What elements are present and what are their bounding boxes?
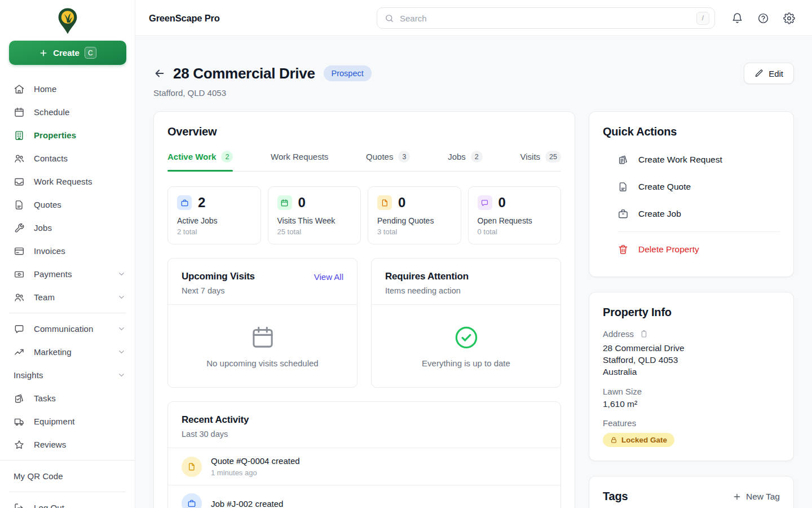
tab-visits[interactable]: Visits 25	[520, 151, 561, 171]
sidebar-item-log-out[interactable]: Log Out	[0, 496, 135, 508]
activity-item[interactable]: Quote #Q-0004 created 1 minutes ago	[168, 448, 561, 485]
sidebar: Create C Home Schedule Properties Contac…	[0, 0, 135, 508]
address-line: Stafford, QLD 4053	[603, 354, 780, 366]
trash-icon	[617, 244, 629, 255]
plus-icon	[732, 492, 742, 501]
tab-work-requests[interactable]: Work Requests	[271, 151, 328, 171]
view-all-link[interactable]: View All	[314, 272, 343, 282]
app-logo	[0, 0, 135, 37]
sidebar-item-marketing[interactable]: Marketing	[0, 340, 135, 364]
sidebar-item-equipment[interactable]: Equipment	[0, 410, 135, 433]
sidebar-item-team[interactable]: Team	[0, 286, 135, 309]
calendar-icon	[14, 107, 25, 118]
overview-card: Overview Active Work 2 Work Requests Quo…	[153, 111, 575, 508]
copy-icon[interactable]	[639, 330, 648, 339]
activity-item[interactable]: Job #J-002 created	[168, 485, 561, 508]
banknote-icon	[14, 269, 25, 280]
lawn-size-value: 1,610 m²	[603, 399, 780, 409]
new-tag-button[interactable]: New Tag	[732, 492, 780, 502]
sidebar-item-properties[interactable]: Properties	[0, 124, 135, 147]
app-title: GreenScape Pro	[149, 0, 220, 36]
star-icon	[14, 439, 25, 450]
truck-icon	[14, 416, 25, 427]
overview-title: Overview	[167, 125, 561, 138]
recent-activity-subtitle: Last 30 days	[182, 430, 547, 439]
sidebar-item-communication[interactable]: Communication	[0, 317, 135, 340]
tab-count-badge: 3	[398, 151, 410, 163]
check-circle-icon	[453, 325, 479, 351]
create-work-request-action[interactable]: Create Work Request	[603, 146, 780, 173]
stat-label: Open Requests	[478, 216, 552, 225]
requires-attention-title: Requires Attention	[385, 271, 469, 282]
tab-jobs[interactable]: Jobs 2	[448, 151, 483, 171]
action-label: Create Work Request	[638, 155, 722, 165]
features-label: Features	[603, 418, 636, 428]
search-box[interactable]: /	[377, 7, 715, 29]
back-button[interactable]	[153, 67, 167, 80]
stat-value: 2	[198, 195, 205, 211]
quick-actions-card: Quick Actions Create Work Request Create…	[589, 111, 794, 277]
sidebar-item-tasks[interactable]: Tasks	[0, 387, 135, 410]
sidebar-divider	[0, 460, 135, 461]
top-bar: GreenScape Pro /	[135, 0, 812, 36]
tab-quotes[interactable]: Quotes 3	[366, 151, 410, 171]
sidebar-item-my-qr-code[interactable]: My QR Code	[0, 465, 135, 488]
tab-active-work[interactable]: Active Work 2	[167, 151, 233, 171]
delete-property-action[interactable]: Delete Property	[603, 236, 780, 263]
file-icon	[377, 195, 392, 210]
chevron-down-icon	[117, 325, 126, 333]
page-subtitle: Stafford, QLD 4053	[153, 88, 794, 98]
sidebar-item-label: Invoices	[34, 246, 65, 256]
chat-bubble-icon	[478, 195, 492, 210]
create-quote-action[interactable]: Create Quote	[603, 173, 780, 200]
quote-activity-icon	[182, 457, 202, 477]
sidebar-item-invoices[interactable]: Invoices	[0, 239, 135, 262]
create-shortcut-badge: C	[85, 47, 96, 59]
chat-bubble-icon	[14, 323, 25, 335]
sidebar-item-schedule[interactable]: Schedule	[0, 100, 135, 124]
activity-time: 1 minutes ago	[211, 468, 300, 477]
create-job-action[interactable]: Create Job	[603, 200, 780, 227]
edit-button[interactable]: Edit	[744, 63, 794, 84]
requires-attention-card: Requires Attention Items needing action …	[371, 258, 561, 388]
property-info-title: Property Info	[603, 306, 780, 319]
sidebar-item-contacts[interactable]: Contacts	[0, 147, 135, 170]
tab-count-badge: 2	[471, 151, 483, 163]
tags-card: Tags New Tag	[589, 476, 794, 508]
action-label: Create Job	[638, 209, 681, 219]
upcoming-visits-subtitle: Next 7 days	[182, 286, 343, 295]
sidebar-item-work-requests[interactable]: Work Requests	[0, 170, 135, 193]
sidebar-item-payments[interactable]: Payments	[0, 262, 135, 286]
main-content: 28 Commercial Drive Prospect Edit Staffo…	[135, 37, 812, 508]
sidebar-item-jobs[interactable]: Jobs	[0, 216, 135, 239]
sidebar-item-label: Marketing	[34, 347, 72, 357]
sidebar-item-label: Reviews	[34, 440, 66, 449]
settings-icon[interactable]	[783, 12, 795, 24]
help-icon[interactable]	[757, 12, 769, 24]
stat-value: 0	[398, 195, 405, 211]
sidebar-item-reviews[interactable]: Reviews	[0, 433, 135, 456]
upcoming-visits-card: Upcoming Visits View All Next 7 days No …	[167, 258, 358, 388]
sidebar-item-label: Home	[34, 84, 56, 94]
top-bar-icons	[731, 0, 795, 36]
sidebar-item-quotes[interactable]: Quotes	[0, 193, 135, 216]
tab-label: Quotes	[366, 152, 393, 161]
page-header: 28 Commercial Drive Prospect Edit	[153, 63, 794, 84]
plus-icon	[39, 49, 48, 58]
sidebar-item-label: Communication	[34, 324, 94, 334]
stat-value: 0	[498, 195, 506, 211]
sidebar-item-insights[interactable]: Insights	[0, 364, 135, 387]
recent-activity-card: Recent Activity Last 30 days Quote #Q-00…	[167, 401, 561, 508]
tab-label: Jobs	[448, 152, 466, 161]
search-shortcut-badge: /	[696, 12, 709, 25]
job-activity-icon	[182, 493, 202, 508]
stat-value: 0	[298, 195, 306, 211]
search-input[interactable]	[400, 14, 691, 23]
sidebar-item-home[interactable]: Home	[0, 77, 135, 100]
pencil-icon	[754, 69, 764, 78]
bell-icon[interactable]	[731, 12, 743, 24]
clipboard-check-icon	[14, 393, 25, 404]
create-button[interactable]: Create C	[9, 41, 126, 65]
briefcase-icon	[177, 195, 192, 210]
right-column: Quick Actions Create Work Request Create…	[589, 111, 794, 508]
